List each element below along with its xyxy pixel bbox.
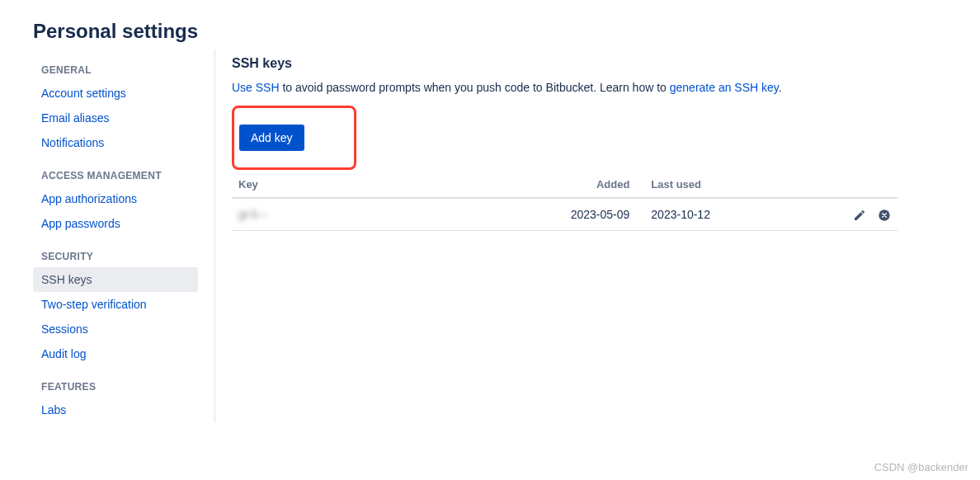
ssh-keys-table: Key Added Last used gt-li--- 2023-05-09 … — [232, 172, 898, 230]
sidebar-item-app-passwords[interactable]: App passwords — [33, 211, 198, 236]
col-last-used: Last used — [644, 172, 831, 198]
add-key-button[interactable]: Add key — [239, 125, 304, 151]
content-description: Use SSH to avoid password prompts when y… — [232, 79, 898, 96]
content: SSH keys Use SSH to avoid password promp… — [214, 49, 980, 422]
col-added: Added — [538, 172, 644, 198]
sidebar-item-sessions[interactable]: Sessions — [33, 317, 198, 341]
table-row: gt-li--- 2023-05-09 2023-10-12 — [232, 198, 898, 230]
sidebar: GENERAL Account settings Email aliases N… — [33, 49, 214, 422]
content-title: SSH keys — [232, 56, 898, 71]
page-title: Personal settings — [0, 0, 980, 49]
edit-icon[interactable] — [853, 209, 866, 222]
key-name-cell: gt-li--- — [232, 198, 538, 230]
added-cell: 2023-05-09 — [538, 198, 644, 230]
watermark: CSDN @backender — [874, 461, 968, 473]
sidebar-item-app-authorizations[interactable]: App authorizations — [33, 186, 198, 211]
sidebar-item-two-step[interactable]: Two-step verification — [33, 292, 198, 317]
use-ssh-link[interactable]: Use SSH — [232, 81, 280, 94]
delete-icon[interactable] — [878, 209, 891, 222]
sidebar-item-account-settings[interactable]: Account settings — [33, 81, 198, 106]
sidebar-group-general: GENERAL — [33, 49, 198, 81]
sidebar-item-notifications[interactable]: Notifications — [33, 130, 198, 155]
desc-text: to avoid password prompts when you push … — [280, 81, 670, 94]
sidebar-item-ssh-keys[interactable]: SSH keys — [33, 267, 198, 292]
desc-tail: . — [779, 81, 782, 94]
sidebar-group-access: ACCESS MANAGEMENT — [33, 155, 198, 186]
generate-ssh-key-link[interactable]: generate an SSH key — [670, 81, 779, 94]
sidebar-item-labs[interactable]: Labs — [33, 398, 198, 422]
col-key: Key — [232, 172, 538, 198]
sidebar-group-security: SECURITY — [33, 236, 198, 267]
sidebar-item-audit-log[interactable]: Audit log — [33, 341, 198, 366]
sidebar-item-email-aliases[interactable]: Email aliases — [33, 106, 198, 130]
sidebar-group-features: FEATURES — [33, 366, 198, 398]
last-used-cell: 2023-10-12 — [644, 198, 831, 230]
highlight-box: Add key — [232, 106, 356, 170]
